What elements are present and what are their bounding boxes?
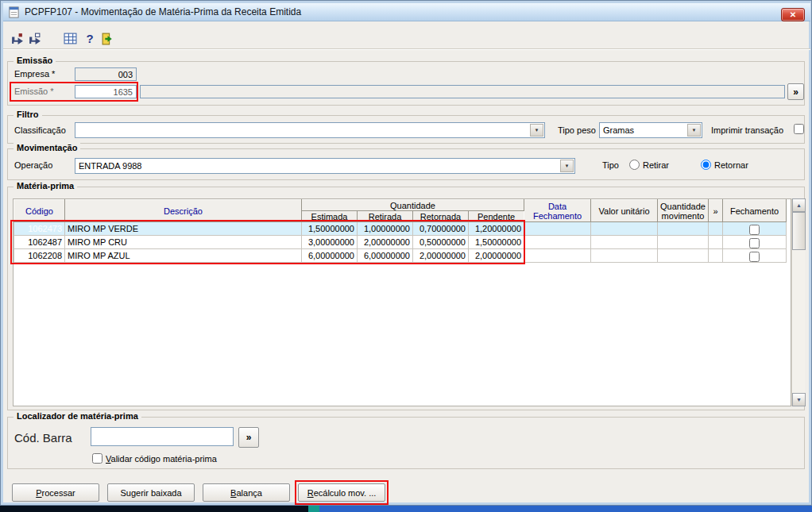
cell-quantidade-movimento[interactable] bbox=[658, 236, 709, 249]
tipo-peso-combobox[interactable]: Gramas ▼ bbox=[599, 122, 702, 138]
cell-valor-unitario[interactable] bbox=[591, 222, 658, 236]
group-movimentacao-legend: Movimentação bbox=[14, 143, 80, 152]
group-localizador: Localizador de matéria-prima Cód. Barra … bbox=[7, 417, 805, 469]
cod-barra-input[interactable] bbox=[91, 427, 234, 446]
empresa-field[interactable]: 003 bbox=[75, 67, 137, 81]
radio-retornar[interactable] bbox=[701, 160, 711, 170]
cell-data-fechamento[interactable] bbox=[524, 236, 591, 249]
col-pendente[interactable]: Pendente bbox=[469, 211, 524, 222]
cell-estimada[interactable]: 1,50000000 bbox=[302, 222, 358, 236]
table-row[interactable]: 1062208 MIRO MP AZUL 6,00000000 6,000000… bbox=[14, 249, 787, 263]
fechamento-checkbox[interactable] bbox=[749, 238, 760, 248]
cell-retornada[interactable]: 0,50000000 bbox=[413, 236, 469, 249]
taskbar bbox=[0, 505, 812, 512]
cell-estimada[interactable]: 6,00000000 bbox=[302, 249, 358, 263]
titlebar[interactable]: PCPFP107 - Movimentação de Matéria-Prima… bbox=[3, 3, 810, 21]
cell-pendente[interactable]: 1,50000000 bbox=[469, 236, 524, 249]
cell-valor-unitario[interactable] bbox=[591, 249, 658, 263]
group-materia-prima-legend: Matéria-prima bbox=[14, 181, 77, 191]
cell-retornada[interactable]: 0,70000000 bbox=[413, 222, 469, 236]
cell-expand[interactable] bbox=[709, 222, 723, 236]
cell-fechamento bbox=[723, 249, 787, 263]
operacao-value: ENTRADA 9988 bbox=[79, 161, 141, 171]
cell-retornada[interactable]: 2,00000000 bbox=[413, 249, 469, 263]
cell-expand[interactable] bbox=[709, 236, 723, 249]
col-retirada[interactable]: Retirada bbox=[358, 211, 413, 222]
group-materia-prima: Matéria-prima Código Descrição Quantidad… bbox=[7, 187, 805, 410]
sugerir-baixada-button[interactable]: Sugerir baixada bbox=[107, 483, 195, 502]
emissao-descricao-field[interactable] bbox=[140, 85, 785, 98]
recalculo-button[interactable]: Recálculo mov. ... bbox=[298, 483, 385, 502]
cell-quantidade-movimento[interactable] bbox=[658, 222, 709, 236]
cell-expand[interactable] bbox=[709, 249, 723, 263]
grid-vertical-scrollbar[interactable]: ▲ ▼ bbox=[791, 198, 805, 406]
table-row[interactable]: 1062487 MIRO MP CRU 3,00000000 2,0000000… bbox=[14, 236, 787, 249]
radio-retornar-label[interactable]: Retornar bbox=[714, 160, 748, 170]
radio-retirar-label[interactable]: Retirar bbox=[643, 160, 669, 170]
cell-descricao[interactable]: MIRO MP CRU bbox=[65, 236, 302, 249]
scroll-up-icon[interactable]: ▲ bbox=[792, 198, 806, 212]
confirm-exit-icon[interactable] bbox=[25, 29, 43, 47]
cell-retirada[interactable]: 2,00000000 bbox=[358, 236, 413, 249]
scrollbar-thumb[interactable] bbox=[792, 212, 806, 250]
cell-descricao[interactable]: MIRO MP VERDE bbox=[65, 222, 302, 236]
cell-retirada[interactable]: 6,00000000 bbox=[358, 249, 413, 263]
cell-quantidade-movimento[interactable] bbox=[658, 249, 709, 263]
classificacao-label: Classificação bbox=[14, 125, 66, 135]
validar-codigo-label[interactable]: Validar código matéria-prima bbox=[106, 454, 217, 464]
table-row[interactable]: 1062473 MIRO MP VERDE 1,50000000 1,00000… bbox=[14, 222, 787, 236]
cell-codigo[interactable]: 1062473 bbox=[14, 222, 65, 236]
validar-codigo-checkbox[interactable] bbox=[92, 453, 102, 464]
cell-descricao[interactable]: MIRO MP AZUL bbox=[65, 249, 302, 263]
col-data-fechamento[interactable]: Data Fechamento bbox=[524, 200, 591, 222]
operacao-label: Operação bbox=[14, 160, 52, 170]
cod-barra-lookup-button[interactable]: » bbox=[238, 427, 259, 448]
help-icon[interactable]: ? bbox=[81, 29, 99, 47]
operacao-combobox[interactable]: ENTRADA 9988 ▼ bbox=[75, 158, 575, 174]
close-button[interactable]: ✕ bbox=[781, 8, 805, 21]
col-quantidade-movimento[interactable]: Quantidade movimento bbox=[658, 200, 709, 222]
cell-codigo[interactable]: 1062208 bbox=[14, 249, 65, 263]
classificacao-combobox[interactable]: ▼ bbox=[75, 122, 545, 138]
group-emissao: Emissão Empresa * 003 Emissão * 1635 » bbox=[7, 61, 805, 106]
confirm-icon[interactable] bbox=[8, 29, 25, 47]
scroll-down-icon[interactable]: ▼ bbox=[792, 393, 806, 406]
cell-data-fechamento[interactable] bbox=[524, 249, 591, 263]
imprimir-transacao-label: Imprimir transação bbox=[711, 125, 783, 135]
cell-estimada[interactable]: 3,00000000 bbox=[302, 236, 358, 249]
col-fechamento[interactable]: Fechamento bbox=[723, 200, 787, 222]
emissao-field[interactable]: 1635 bbox=[75, 85, 137, 98]
cell-retirada[interactable]: 1,00000000 bbox=[358, 222, 413, 236]
col-descricao[interactable]: Descrição bbox=[65, 200, 302, 222]
dialog-window: PCPFP107 - Movimentação de Matéria-Prima… bbox=[0, 0, 812, 506]
tipo-label: Tipo bbox=[602, 160, 619, 170]
imprimir-transacao-checkbox[interactable] bbox=[794, 124, 804, 134]
fechamento-checkbox[interactable] bbox=[749, 225, 760, 235]
taskbar-segment bbox=[319, 505, 812, 512]
chevron-down-icon[interactable]: ▼ bbox=[530, 124, 543, 137]
col-codigo[interactable]: Código bbox=[14, 200, 65, 222]
window-title: PCPFP107 - Movimentação de Matéria-Prima… bbox=[25, 6, 301, 17]
balanca-button[interactable]: Balança bbox=[203, 483, 290, 502]
cell-pendente[interactable]: 1,20000000 bbox=[469, 222, 524, 236]
grid-icon[interactable] bbox=[61, 29, 79, 47]
processar-button[interactable]: Processar bbox=[12, 483, 99, 502]
cell-data-fechamento[interactable] bbox=[524, 222, 591, 236]
cell-pendente[interactable]: 2,00000000 bbox=[469, 249, 524, 263]
emissao-label: Emissão * bbox=[14, 87, 54, 96]
exit-icon[interactable] bbox=[99, 29, 116, 47]
emissao-lookup-button[interactable]: » bbox=[787, 83, 804, 100]
cell-valor-unitario[interactable] bbox=[591, 236, 658, 249]
cell-codigo[interactable]: 1062487 bbox=[14, 236, 65, 249]
radio-retirar[interactable] bbox=[629, 160, 640, 170]
chevron-down-icon[interactable]: ▼ bbox=[560, 160, 574, 172]
materia-prima-grid: Código Descrição Quantidade Data Fechame… bbox=[13, 198, 791, 406]
col-expand[interactable]: » bbox=[709, 200, 723, 222]
fechamento-checkbox[interactable] bbox=[749, 252, 760, 262]
col-retornada[interactable]: Retornada bbox=[413, 211, 469, 222]
col-group-quantidade: Quantidade bbox=[302, 200, 524, 211]
chevron-down-icon[interactable]: ▼ bbox=[687, 124, 701, 137]
col-valor-unitario[interactable]: Valor unitário bbox=[591, 200, 658, 222]
window-icon[interactable] bbox=[8, 6, 20, 18]
col-estimada[interactable]: Estimada bbox=[302, 211, 358, 222]
